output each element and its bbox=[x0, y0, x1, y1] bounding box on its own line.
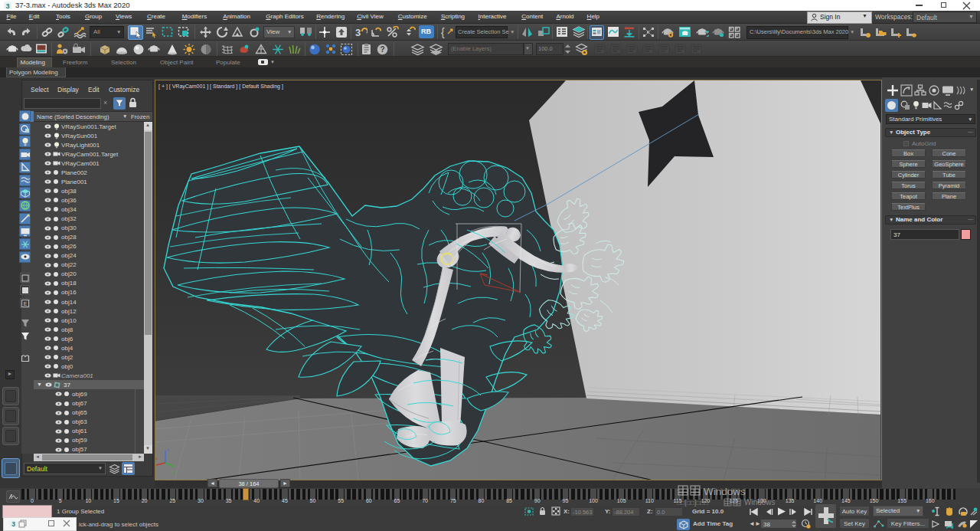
svg-text:Windows: Windows bbox=[704, 486, 746, 497]
svg-text:Windows: Windows bbox=[744, 498, 776, 506]
svg-text:□□[□□]□□□: □□[□□]□□□ bbox=[677, 499, 708, 506]
svg-text:3: 3 bbox=[11, 520, 15, 528]
svg-text:z: z bbox=[167, 447, 169, 452]
svg-text:?: ? bbox=[380, 45, 384, 54]
svg-text:{: { bbox=[441, 26, 445, 38]
svg-text:x: x bbox=[155, 456, 158, 461]
svg-text:y: y bbox=[173, 470, 175, 474]
svg-text:E: E bbox=[23, 301, 27, 306]
svg-text:3: 3 bbox=[5, 2, 9, 10]
svg-text:3: 3 bbox=[355, 27, 361, 38]
